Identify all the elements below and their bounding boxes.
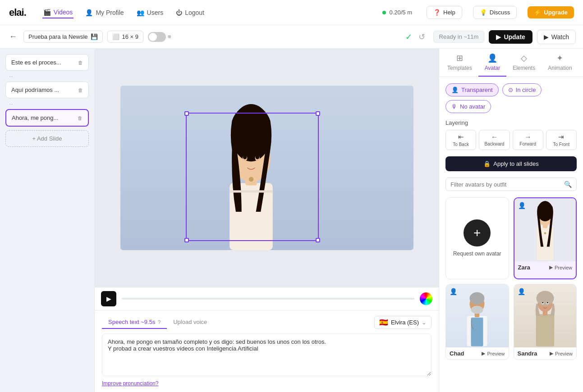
zara-preview-icon: ▶ <box>549 264 553 270</box>
main-layout: Este es el proces... 🗑 ... Aquí podríamo… <box>0 49 583 392</box>
speech-hint-icon[interactable]: ? <box>158 319 161 325</box>
play-button[interactable]: ▶ <box>101 291 116 306</box>
tab-animation[interactable]: ✦ Animation <box>542 49 578 77</box>
lock-icon: 🔒 <box>483 160 491 167</box>
upgrade-icon: ⚡ <box>534 9 541 16</box>
avatar-card-zara[interactable]: 👤 Zara ▶ <box>514 197 577 279</box>
toggle-label: ≡ <box>168 33 171 40</box>
slide-dots-2[interactable]: 🗑 <box>78 87 83 93</box>
layering-buttons: ⇤ To Back ← Backward → Forward ⇥ To Fron… <box>445 130 577 150</box>
slide-dots-3[interactable]: 🗑 <box>78 115 83 121</box>
svg-point-6 <box>243 155 247 160</box>
filter-row[interactable]: 🔍 <box>445 178 577 191</box>
aspect-ratio[interactable]: ⬜ 16 × 9 <box>107 31 144 43</box>
ratio-icon: ⬜ <box>112 33 119 40</box>
right-panel: ⊞ Templates 👤 Avatar ◇ Elements ✦ Animat… <box>439 49 583 392</box>
right-panel-tabs: ⊞ Templates 👤 Avatar ◇ Elements ✦ Animat… <box>439 49 583 77</box>
svg-point-27 <box>542 302 543 303</box>
chad-preview-icon: ▶ <box>482 351 485 356</box>
zara-lock-icon: 👤 <box>518 202 526 209</box>
avatar-display <box>190 88 312 250</box>
svg-rect-21 <box>536 314 555 346</box>
slide-dots-1[interactable]: 🗑 <box>78 60 83 65</box>
transparent-btn[interactable]: 👤 Transparent <box>445 83 499 96</box>
forward-btn[interactable]: → Forward <box>513 130 543 150</box>
nav-users[interactable]: 👥 Users <box>136 7 165 18</box>
nav-myprofile[interactable]: 👤 My Profile <box>84 7 124 18</box>
no-avatar-icon: 🎙 <box>451 103 457 110</box>
progress-bar[interactable] <box>122 298 414 300</box>
logo: elai. <box>9 7 26 18</box>
slide-item-2[interactable]: Aquí podríamos ... 🗑 <box>5 82 89 98</box>
canvas-area: ▶ Speech text ~9.5s ? Upload voice 🇪🇸 El… <box>95 49 439 392</box>
toolbar: ← Prueba para la Newsle 💾 ⬜ 16 × 9 ≡ ✓ ↺… <box>0 25 583 49</box>
sandra-preview-btn[interactable]: ▶ Preview <box>550 351 573 356</box>
flag-icon: 🇪🇸 <box>379 318 388 327</box>
text-voice-tabs: Speech text ~9.5s ? Upload voice 🇪🇸 Elvi… <box>102 316 432 329</box>
templates-icon: ⊞ <box>456 53 463 63</box>
back-button[interactable]: ← <box>7 30 19 43</box>
voice-selector[interactable]: 🇪🇸 Elvira (ES) ⌄ <box>374 316 432 329</box>
svg-point-20 <box>471 306 483 314</box>
slide-item-3[interactable]: Ahora, me pong... 🗑 <box>5 109 89 127</box>
avatar-icon: 👤 <box>487 53 497 63</box>
play-icon: ▶ <box>106 295 111 302</box>
chad-lock-icon: 👤 <box>450 288 457 295</box>
svg-point-19 <box>470 292 485 305</box>
nav-videos[interactable]: 🎬 Videos <box>42 7 74 18</box>
videos-icon: 🎬 <box>43 9 51 16</box>
forward-icon: → <box>524 133 531 141</box>
tab-templates[interactable]: ⊞ Templates <box>441 49 478 77</box>
tab-avatar[interactable]: 👤 Avatar <box>478 49 506 77</box>
nav-logout[interactable]: ⏻ Logout <box>175 7 205 18</box>
speech-textarea[interactable]: Ahora, me pongo en tamaño completo y os … <box>102 333 432 376</box>
logout-icon: ⏻ <box>176 9 182 16</box>
slide-2-sub: ... <box>5 100 89 105</box>
help-button[interactable]: ❓ Help <box>427 6 462 19</box>
chevron-down-icon: ⌄ <box>422 319 427 326</box>
tab-elements[interactable]: ◇ Elements <box>506 49 542 77</box>
chad-preview-btn[interactable]: ▶ Preview <box>482 351 505 356</box>
svg-point-8 <box>248 177 253 182</box>
transparent-icon: 👤 <box>451 87 459 93</box>
toggle-switch[interactable] <box>148 32 166 42</box>
in-circle-btn[interactable]: ⊙ In circle <box>502 83 542 96</box>
to-back-icon: ⇤ <box>458 133 464 141</box>
add-avatar-card[interactable]: + Request own avatar <box>445 197 509 279</box>
zara-avatar-img: 👤 <box>514 198 576 261</box>
no-avatar-btn[interactable]: 🎙 No avatar <box>445 100 491 113</box>
upload-voice-tab[interactable]: Upload voice <box>167 316 213 329</box>
add-avatar-circle: + <box>464 219 491 246</box>
avatar-card-sandra[interactable]: 👤 <box>514 284 577 360</box>
animation-icon: ✦ <box>556 53 563 63</box>
apply-all-slides-button[interactable]: 🔒 Apply to all slides <box>445 156 577 171</box>
speech-text-tab[interactable]: Speech text ~9.5s ? <box>102 316 167 329</box>
chad-svg <box>457 284 497 347</box>
discuss-icon: 💡 <box>480 9 487 16</box>
avatar-grid: + Request own avatar 👤 <box>445 197 577 360</box>
slide-item-1[interactable]: Este es el proces... 🗑 <box>5 54 89 71</box>
check-icon: ✓ <box>405 32 412 42</box>
canvas[interactable] <box>120 86 413 250</box>
svg-point-24 <box>536 291 554 306</box>
avatar-card-chad[interactable]: 👤 <box>445 284 509 360</box>
sandra-svg <box>525 284 565 347</box>
tab-music[interactable]: ♪ Music <box>578 49 583 77</box>
upgrade-button[interactable]: ⚡ Upgrade <box>528 6 574 18</box>
add-slide-button[interactable]: + Add Slide <box>5 130 89 147</box>
chad-avatar-img: 👤 <box>446 284 509 347</box>
improve-pronunciation-link[interactable]: Improve pronunciation? <box>102 380 158 387</box>
to-front-btn[interactable]: ⇥ To Front <box>546 130 577 150</box>
update-button[interactable]: ▶ Update <box>489 30 532 44</box>
discuss-button[interactable]: 💡 Discuss <box>473 6 517 19</box>
watch-button[interactable]: ▶ Watch <box>537 30 576 44</box>
layering-section: Layering ⇤ To Back ← Backward → Forward <box>445 119 577 150</box>
sandra-preview-icon: ▶ <box>550 351 553 356</box>
toggle-switch-wrap[interactable]: ≡ <box>148 32 171 42</box>
project-title[interactable]: Prueba para la Newsle 💾 <box>23 31 103 43</box>
backward-btn[interactable]: ← Backward <box>479 130 510 150</box>
zara-preview-btn[interactable]: ▶ Preview <box>549 264 572 270</box>
to-back-btn[interactable]: ⇤ To Back <box>445 130 476 150</box>
color-wheel[interactable] <box>420 292 432 305</box>
filter-input[interactable] <box>450 181 564 188</box>
